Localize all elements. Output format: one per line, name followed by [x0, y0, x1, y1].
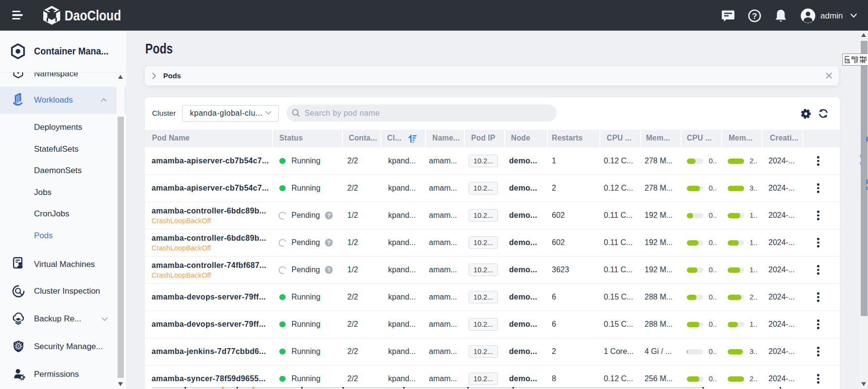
svg-text:?: ?: [752, 12, 757, 21]
